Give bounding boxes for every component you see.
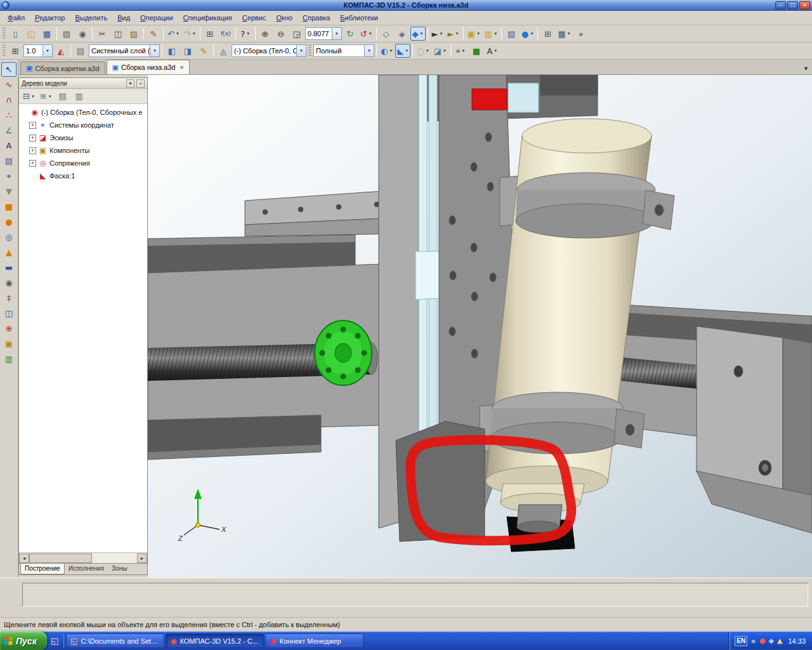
tree-tab-исполнения[interactable]: Исполнения — [65, 564, 108, 574]
scroll-left-icon[interactable]: ◄ — [19, 554, 29, 563]
maximize-button[interactable]: □ — [787, 1, 798, 10]
expand-icon[interactable]: + — [29, 122, 36, 129]
display-shaded[interactable]: ◆▼ — [410, 27, 426, 41]
mate-mode[interactable]: Полный▼ — [313, 44, 374, 57]
tree-tab-зоны[interactable]: Зоны — [108, 564, 131, 574]
current-layer[interactable]: Системный слой (0)▼ — [89, 44, 160, 57]
display-wireframe[interactable]: ◇ — [379, 27, 394, 41]
save-document[interactable]: ▦ — [39, 27, 55, 41]
tray-red-icon[interactable]: ● — [759, 637, 766, 645]
tool-measurements[interactable]: ⌖ — [1, 169, 16, 183]
menu-item-спецификация[interactable]: Спецификация — [178, 12, 237, 23]
tree-item-2[interactable]: +◪Эскизы — [19, 131, 147, 144]
chevron-down-icon[interactable]: ▼ — [43, 45, 52, 56]
tree-report[interactable]: ▥ — [72, 90, 87, 103]
menu-item-редактор[interactable]: Редактор — [30, 12, 70, 23]
spec-table[interactable]: ⊞ — [540, 27, 555, 41]
tool-add-component[interactable]: ▣ — [1, 336, 16, 351]
tool-specification[interactable]: ▤ — [1, 154, 16, 168]
tab-list-arrow[interactable]: ▼ — [803, 65, 809, 72]
minimize-button[interactable]: – — [775, 1, 786, 10]
selection-filter[interactable]: ►▼ — [430, 27, 445, 41]
new-document[interactable]: ▯ — [8, 27, 23, 41]
menu-item-окно[interactable]: Окно — [272, 12, 298, 23]
new-part[interactable]: ▣▼ — [466, 27, 482, 41]
tool-loft[interactable]: ▲ — [1, 245, 16, 260]
variables[interactable]: f(x) — [218, 27, 233, 41]
copy-properties[interactable]: ✎ — [146, 27, 161, 41]
snap-filter[interactable]: ►▼ — [446, 27, 461, 41]
ballscrew-nut-flange[interactable] — [315, 321, 372, 385]
tree-item-1[interactable]: +⌖Системы координат — [19, 119, 147, 131]
calculator[interactable]: ⊞ — [202, 27, 218, 41]
tree-header[interactable]: Дерево модели ▾× — [19, 78, 147, 89]
close-icon[interactable]: × — [136, 79, 145, 88]
tree-hscrollbar[interactable]: ◄► — [19, 552, 147, 563]
rail-carriage[interactable] — [416, 251, 440, 300]
tool-hole[interactable]: ◉ — [1, 275, 16, 290]
tree-view-structure[interactable]: ⊟▼ — [21, 90, 37, 103]
tree-item-3[interactable]: +▣Компоненты — [19, 144, 147, 157]
document-tab-1[interactable]: ▣Сборка низа.a3d× — [107, 60, 190, 74]
tool-spatial-curves[interactable]: ∿ — [1, 77, 16, 92]
toolbar-grip[interactable] — [308, 44, 311, 57]
tool-fastening[interactable]: ‡ — [1, 291, 16, 305]
tool-filters[interactable]: ▼ — [1, 184, 16, 199]
snap-settings[interactable]: ⊞ — [8, 44, 23, 58]
tray-blue-icon[interactable]: ◆ — [769, 637, 774, 645]
pin-icon[interactable]: ▾ — [126, 79, 134, 88]
tool-point-arrays[interactable]: ∴ — [1, 108, 16, 123]
chevron-down-icon[interactable]: ▼ — [296, 45, 306, 56]
menu-item-вид[interactable]: Вид — [112, 12, 135, 23]
zoom-area[interactable]: ◲ — [289, 27, 304, 41]
zoom-in[interactable]: ⊕ — [258, 27, 273, 41]
line-width[interactable]: 1.0▼ — [23, 44, 53, 57]
property-bar-empty[interactable] — [22, 583, 808, 607]
copy[interactable]: ◫ — [110, 27, 126, 41]
reports[interactable]: ▤ — [504, 27, 519, 41]
menu-item-библиотеки[interactable]: Библиотеки — [335, 12, 383, 23]
specification[interactable]: ■ — [469, 44, 484, 58]
shading-mode[interactable]: ◐▼ — [379, 44, 395, 58]
viewport-canvas[interactable]: X Z — [148, 75, 812, 578]
tool-pattern[interactable]: ◫ — [1, 306, 16, 321]
tree-tab-построение[interactable]: Построение — [20, 564, 65, 574]
hide-components[interactable]: ◌▼ — [415, 44, 431, 58]
quick-launch-desktop-icon[interactable]: ◱ — [51, 636, 58, 646]
close-icon[interactable]: × — [180, 63, 183, 71]
perspective-view[interactable]: ◣▼ — [395, 44, 410, 58]
menu-item-справка[interactable]: Справка — [298, 12, 335, 23]
expand-icon[interactable]: + — [29, 147, 36, 154]
red-carriage-block[interactable] — [472, 89, 507, 110]
chevron-down-icon[interactable]: ▼ — [364, 45, 374, 56]
paste[interactable]: ▨ — [126, 27, 141, 41]
task-button-0[interactable]: ◱C:\Documents and Settin... — [66, 633, 164, 648]
task-button-2[interactable]: ◉Коннект Менеджер — [265, 633, 363, 648]
new-assembly[interactable]: ▥▼ — [483, 27, 499, 41]
document-tab-0[interactable]: ▣Сборка каретки.a3d — [20, 62, 105, 74]
tree-item-5[interactable]: ◣Фаска:1 — [19, 169, 147, 182]
expand-icon[interactable]: + — [29, 160, 36, 167]
menu-item-выделить[interactable]: Выделить — [70, 12, 112, 23]
current-assembly[interactable]: (-) Сборка (Тел-0, С▼ — [232, 44, 306, 57]
redo[interactable]: ↷▼ — [182, 27, 198, 41]
context-help[interactable]: ?▼ — [238, 27, 253, 41]
tool-rib[interactable]: ▬ — [1, 260, 16, 275]
open-document[interactable]: ◱ — [23, 27, 39, 41]
tree-relations-view[interactable]: ◨ — [180, 44, 195, 58]
spec-chart[interactable]: ▦▼ — [556, 27, 572, 41]
edit-in-place[interactable]: ✎ — [196, 44, 211, 58]
tool-edit-model[interactable]: ↖ — [1, 62, 16, 77]
tool-libraries[interactable]: ▥ — [1, 352, 16, 366]
tree-structure-view[interactable]: ◧ — [164, 44, 180, 58]
menu-item-сервис[interactable]: Сервис — [237, 12, 272, 23]
line-style[interactable]: ◭ — [53, 44, 69, 58]
chevron-down-icon[interactable]: ▼ — [150, 45, 159, 56]
tool-mates[interactable]: ⊕ — [1, 321, 16, 336]
cut[interactable]: ✂ — [95, 27, 110, 41]
menu-item-операции[interactable]: Операции — [135, 12, 178, 23]
display-hidden-lines[interactable]: ◈ — [395, 27, 410, 41]
tree-doc-params[interactable]: ▤ — [55, 90, 70, 103]
undo[interactable]: ↶▼ — [166, 27, 181, 41]
toolbar-grip[interactable] — [3, 27, 6, 40]
